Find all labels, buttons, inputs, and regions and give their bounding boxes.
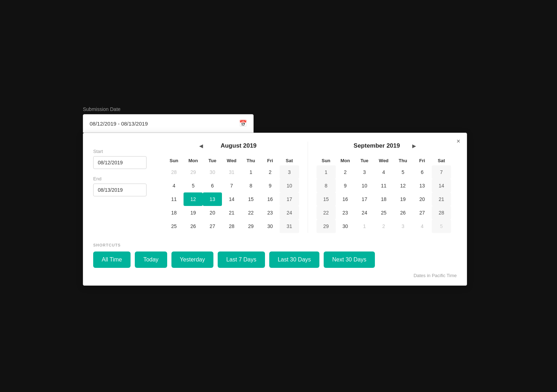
day-header: Tue xyxy=(355,156,374,165)
end-label: End xyxy=(93,176,150,181)
august-calendar: ◀ August 2019 SunMonTueWedThuFriSat 2829… xyxy=(159,142,305,233)
calendar-day[interactable]: 8 xyxy=(317,179,336,192)
end-date-field[interactable] xyxy=(93,184,147,196)
calendar-day[interactable]: 11 xyxy=(374,179,393,192)
calendar-day[interactable]: 29 xyxy=(184,165,203,179)
calendar-day[interactable]: 1 xyxy=(355,219,374,233)
table-row: 22232425262728 xyxy=(317,206,451,219)
calendar-day[interactable]: 28 xyxy=(432,206,451,219)
calendar-day[interactable]: 20 xyxy=(413,192,432,206)
calendar-day[interactable]: 14 xyxy=(222,192,241,206)
calendar-day[interactable]: 15 xyxy=(241,192,260,206)
shortcut-next-30-days-button[interactable]: Next 30 Days xyxy=(324,251,375,268)
calendar-day[interactable]: 30 xyxy=(260,219,280,233)
calendar-day[interactable]: 3 xyxy=(355,165,374,179)
calendar-day[interactable]: 3 xyxy=(280,165,299,179)
calendar-day[interactable]: 7 xyxy=(222,179,241,192)
calendar-day[interactable]: 31 xyxy=(280,219,299,233)
september-header: September 2019 ▶ xyxy=(317,142,451,150)
calendar-day[interactable]: 28 xyxy=(164,165,184,179)
next-month-button[interactable]: ▶ xyxy=(409,142,419,150)
table-row: 15161718192021 xyxy=(317,192,451,206)
calendar-day[interactable]: 8 xyxy=(241,179,260,192)
calendar-day[interactable]: 18 xyxy=(374,192,393,206)
start-date-field[interactable] xyxy=(93,156,147,169)
calendar-day[interactable]: 18 xyxy=(164,206,184,219)
calendar-day[interactable]: 5 xyxy=(393,165,413,179)
calendar-day[interactable]: 30 xyxy=(203,165,222,179)
day-header: Sun xyxy=(317,156,336,165)
calendar-day[interactable]: 25 xyxy=(374,206,393,219)
calendar-day[interactable]: 15 xyxy=(317,192,336,206)
shortcut-all-time-button[interactable]: All Time xyxy=(93,251,131,268)
calendar-day[interactable]: 22 xyxy=(241,206,260,219)
calendar-day[interactable]: 4 xyxy=(413,219,432,233)
calendar-day[interactable]: 17 xyxy=(355,192,374,206)
calendar-day[interactable]: 27 xyxy=(413,206,432,219)
calendar-day[interactable]: 23 xyxy=(336,206,355,219)
calendar-day[interactable]: 21 xyxy=(432,192,451,206)
picker-panel: × Start End ◀ August 2019 xyxy=(83,133,467,286)
calendar-day[interactable]: 10 xyxy=(280,179,299,192)
calendar-day[interactable]: 12 xyxy=(393,179,413,192)
calendar-day[interactable]: 19 xyxy=(393,192,413,206)
calendar-day[interactable]: 31 xyxy=(222,165,241,179)
calendar-day[interactable]: 30 xyxy=(336,219,355,233)
date-range-input[interactable]: 08/12/2019 - 08/13/2019 📅 xyxy=(83,114,254,133)
august-title: August 2019 xyxy=(210,142,267,149)
day-header: Thu xyxy=(241,156,260,165)
calendar-day[interactable]: 5 xyxy=(184,179,203,192)
calendar-day[interactable]: 4 xyxy=(374,165,393,179)
calendar-day[interactable]: 21 xyxy=(222,206,241,219)
table-row: 25262728293031 xyxy=(164,219,299,233)
close-button[interactable]: × xyxy=(456,138,460,144)
calendar-day[interactable]: 29 xyxy=(317,219,336,233)
prev-month-button[interactable]: ◀ xyxy=(196,142,206,150)
calendar-day[interactable]: 12 xyxy=(184,192,203,206)
calendar-day[interactable]: 25 xyxy=(164,219,184,233)
calendar-day[interactable]: 27 xyxy=(203,219,222,233)
calendar-day[interactable]: 23 xyxy=(260,206,280,219)
shortcut-today-button[interactable]: Today xyxy=(135,251,167,268)
calendar-day[interactable]: 4 xyxy=(164,179,184,192)
calendar-day[interactable]: 29 xyxy=(241,219,260,233)
shortcut-last-7-days-button[interactable]: Last 7 Days xyxy=(218,251,265,268)
calendar-day[interactable]: 2 xyxy=(260,165,280,179)
calendar-day[interactable]: 1 xyxy=(241,165,260,179)
calendar-day[interactable]: 7 xyxy=(432,165,451,179)
shortcuts-label: SHORTCUTS xyxy=(93,243,457,247)
calendar-day[interactable]: 24 xyxy=(280,206,299,219)
calendar-day[interactable]: 2 xyxy=(374,219,393,233)
calendar-day[interactable]: 10 xyxy=(355,179,374,192)
calendar-day[interactable]: 26 xyxy=(184,219,203,233)
september-grid: SunMonTueWedThuFriSat 123456789101112131… xyxy=(317,156,451,233)
day-header: Sat xyxy=(432,156,451,165)
shortcut-yesterday-button[interactable]: Yesterday xyxy=(171,251,214,268)
calendar-day[interactable]: 14 xyxy=(432,179,451,192)
calendar-day[interactable]: 24 xyxy=(355,206,374,219)
shortcuts-section: SHORTCUTS All TimeTodayYesterdayLast 7 D… xyxy=(93,240,457,268)
calendar-day[interactable]: 16 xyxy=(336,192,355,206)
calendar-day[interactable]: 22 xyxy=(317,206,336,219)
calendar-day[interactable]: 5 xyxy=(432,219,451,233)
calendar-day[interactable]: 9 xyxy=(336,179,355,192)
day-header: Wed xyxy=(222,156,241,165)
calendar-day[interactable]: 26 xyxy=(393,206,413,219)
calendar-day[interactable]: 17 xyxy=(280,192,299,206)
calendar-day[interactable]: 28 xyxy=(222,219,241,233)
day-header: Sun xyxy=(164,156,184,165)
calendar-day[interactable]: 1 xyxy=(317,165,336,179)
calendar-day[interactable]: 13 xyxy=(413,179,432,192)
calendar-day[interactable]: 3 xyxy=(393,219,413,233)
calendar-day[interactable]: 13 xyxy=(203,192,222,206)
calendar-day[interactable]: 20 xyxy=(203,206,222,219)
table-row: 11121314151617 xyxy=(164,192,299,206)
calendar-day[interactable]: 9 xyxy=(260,179,280,192)
calendar-day[interactable]: 16 xyxy=(260,192,280,206)
calendar-day[interactable]: 6 xyxy=(203,179,222,192)
calendar-day[interactable]: 11 xyxy=(164,192,184,206)
shortcut-last-30-days-button[interactable]: Last 30 Days xyxy=(269,251,319,268)
calendar-day[interactable]: 6 xyxy=(413,165,432,179)
calendar-day[interactable]: 2 xyxy=(336,165,355,179)
calendar-day[interactable]: 19 xyxy=(184,206,203,219)
